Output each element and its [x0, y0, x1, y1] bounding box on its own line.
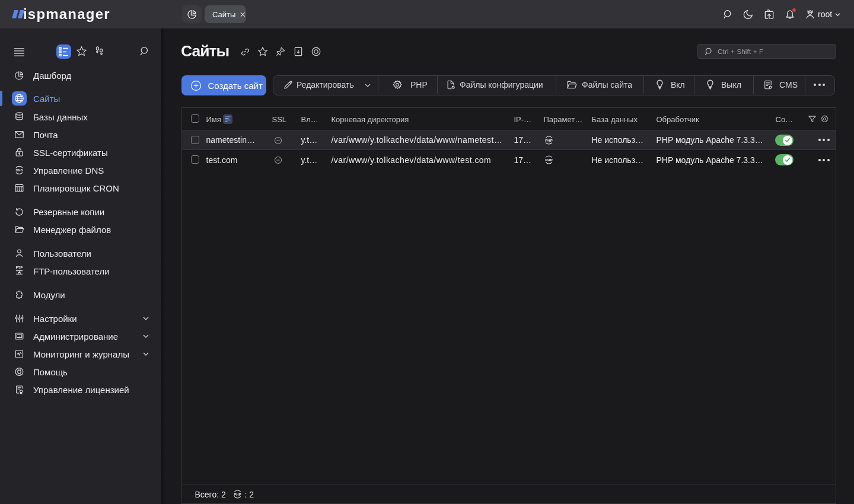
svg-text:PHP: PHP — [545, 158, 552, 162]
svg-text:PHP: PHP — [234, 492, 241, 496]
svg-text:DNS: DNS — [16, 168, 23, 172]
svg-text:FTP: FTP — [15, 266, 23, 270]
svg-text:PHP: PHP — [545, 139, 552, 142]
